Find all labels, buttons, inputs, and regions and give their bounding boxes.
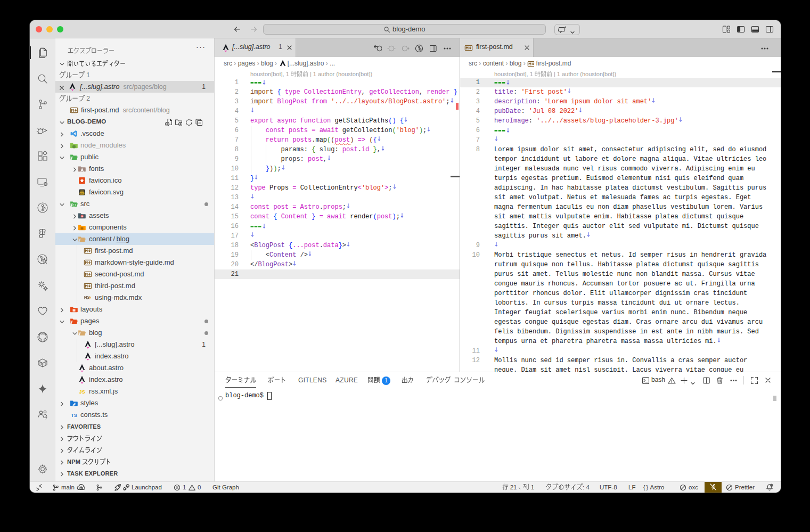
svg-text:JS: JS (79, 389, 85, 395)
svg-text:SVG: SVG (80, 192, 84, 195)
svg-text:TS: TS (71, 412, 77, 418)
